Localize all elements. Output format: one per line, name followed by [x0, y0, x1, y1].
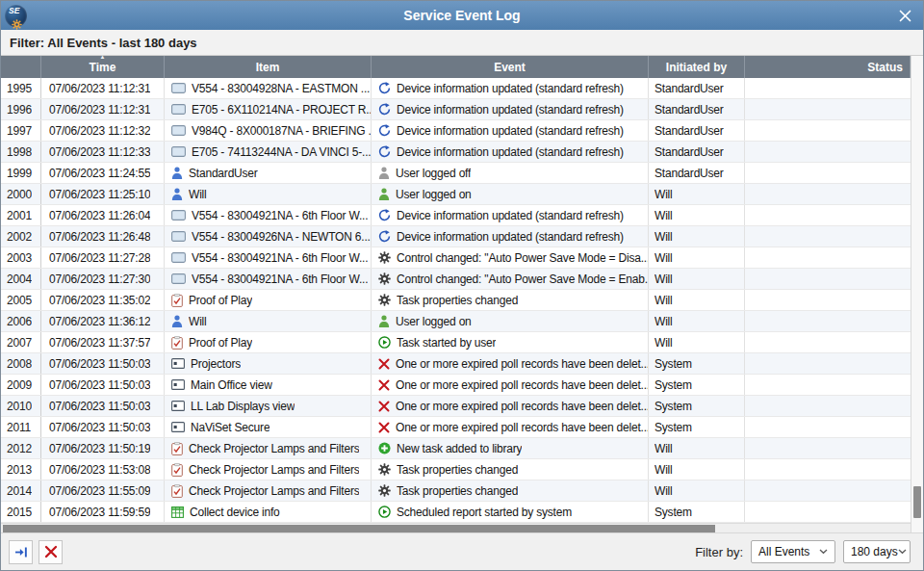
gear-icon: [378, 294, 391, 306]
cell-event: User logged off: [372, 163, 649, 183]
cell-event: User logged on: [372, 184, 649, 204]
table-row[interactable]: 199807/06/2023 11:12:33E705 - 74113244NA…: [1, 142, 911, 163]
refresh-icon: [378, 209, 391, 221]
view-icon: [171, 379, 185, 390]
table-row[interactable]: 200207/06/2023 11:26:48V554 - 83004926NA…: [1, 226, 911, 247]
cell-initiated-by: Will: [649, 247, 745, 268]
col-header-time[interactable]: ▲ Time: [41, 56, 165, 78]
cell-status: [745, 99, 911, 119]
cell-time: 07/06/2023 11:50:03: [41, 375, 165, 395]
cell-event: Task properties changed: [372, 290, 649, 310]
col-header-event[interactable]: Event: [372, 56, 649, 78]
row-number: 2013: [1, 459, 41, 480]
row-number: 1996: [1, 99, 41, 119]
cell-initiated-by: System: [649, 417, 745, 437]
cell-time: 07/06/2023 11:12:33: [41, 142, 165, 162]
table-row[interactable]: 201207/06/2023 11:50:19Check Projector L…: [1, 438, 911, 459]
table-row[interactable]: 200007/06/2023 11:25:10WillUser logged o…: [1, 184, 911, 205]
refresh-icon: [378, 230, 391, 243]
cell-event: One or more expired poll records have be…: [372, 375, 649, 395]
cell-item: Check Projector Lamps and Filters: [165, 459, 372, 480]
event-table: ▲ Time Item Event Initiated by Status 19…: [1, 56, 923, 533]
footer-toolbar: Filter by: All Events 180 days: [1, 532, 923, 570]
row-number: 2000: [1, 184, 41, 204]
table-row[interactable]: 199707/06/2023 11:12:32V984Q - 8X000187N…: [1, 120, 911, 142]
display-icon: [171, 210, 186, 221]
app-icon-gear-icon: [12, 16, 22, 27]
table-row[interactable]: 201107/06/2023 11:50:03NaViSet SecureOne…: [1, 417, 911, 438]
cell-event: New task added to library: [372, 438, 649, 458]
col-header-initiated-by[interactable]: Initiated by: [649, 56, 745, 78]
cell-status: [745, 78, 911, 98]
cell-time: 07/06/2023 11:59:59: [41, 502, 165, 522]
table-row[interactable]: 200807/06/2023 11:50:03ProjectorsOne or …: [1, 353, 911, 375]
time-period-dropdown[interactable]: 180 days: [843, 540, 911, 563]
vertical-scrollbar-thumb[interactable]: [913, 486, 921, 518]
col-header-item[interactable]: Item: [165, 56, 372, 78]
cell-item: V554 - 83004928NA - EASTMON ...: [165, 78, 372, 98]
row-number: 2010: [1, 396, 41, 416]
cell-time: 07/06/2023 11:53:08: [41, 459, 165, 480]
cell-initiated-by: StandardUser: [649, 120, 745, 141]
table-row[interactable]: 201407/06/2023 11:55:09Check Projector L…: [1, 480, 911, 502]
table-row[interactable]: 199907/06/2023 11:24:55StandardUserUser …: [1, 163, 911, 184]
cell-time: 07/06/2023 11:24:55: [41, 163, 165, 183]
vertical-scrollbar[interactable]: [911, 56, 923, 533]
cell-event: Device information updated (standard ref…: [372, 205, 649, 225]
task-icon: [171, 442, 183, 455]
cell-item: LL Lab Displays view: [165, 396, 372, 416]
error-x-icon: [378, 358, 390, 370]
table-row[interactable]: 200407/06/2023 11:27:30V554 - 83004921NA…: [1, 269, 911, 290]
display-icon: [171, 83, 186, 93]
cell-time: 07/06/2023 11:12:31: [41, 99, 165, 119]
task-icon: [171, 463, 183, 477]
delete-button[interactable]: [38, 540, 63, 564]
cell-time: 07/06/2023 11:50:19: [41, 438, 165, 458]
cell-initiated-by: Will: [649, 311, 745, 331]
horizontal-scrollbar-thumb[interactable]: [3, 525, 715, 532]
cell-status: [745, 396, 911, 416]
col-header-status[interactable]: Status: [745, 56, 911, 78]
table-row[interactable]: 200707/06/2023 11:37:57Proof of PlayTask…: [1, 332, 911, 353]
table-row[interactable]: 200607/06/2023 11:36:12WillUser logged o…: [1, 311, 911, 332]
task-icon: [171, 484, 183, 498]
cell-initiated-by: Will: [649, 438, 745, 458]
table-row[interactable]: 200107/06/2023 11:26:04V554 - 83004921NA…: [1, 205, 911, 226]
table-row[interactable]: 199507/06/2023 11:12:31V554 - 83004928NA…: [1, 78, 911, 99]
row-number: 2007: [1, 332, 41, 352]
cell-initiated-by: System: [649, 396, 745, 416]
row-number: 2015: [1, 502, 41, 522]
display-icon: [171, 125, 186, 136]
cell-event: Device information updated (standard ref…: [372, 99, 649, 119]
table-row[interactable]: 201307/06/2023 11:53:08Check Projector L…: [1, 459, 911, 480]
table-row[interactable]: 199607/06/2023 11:12:31E705 - 6X110214NA…: [1, 99, 911, 120]
filter-summary-text: Filter: All Events - last 180 days: [10, 36, 197, 50]
close-button[interactable]: [898, 9, 912, 23]
table-row[interactable]: 201507/06/2023 11:59:59Collect device in…: [1, 502, 911, 523]
cell-event: Task properties changed: [372, 480, 649, 501]
cell-item: E705 - 6X110214NA - PROJECT R...: [165, 99, 372, 119]
cell-item: V554 - 83004921NA - 6th Floor W...: [165, 247, 372, 268]
view-icon: [171, 358, 185, 369]
error-x-icon: [378, 379, 390, 391]
cell-item: V554 - 83004921NA - 6th Floor W...: [165, 205, 372, 225]
table-row[interactable]: 200507/06/2023 11:35:02Proof of PlayTask…: [1, 290, 911, 311]
cell-initiated-by: System: [649, 353, 745, 374]
export-button[interactable]: [9, 540, 33, 564]
cell-event: One or more expired poll records have be…: [372, 353, 649, 374]
table-row[interactable]: 200307/06/2023 11:27:28V554 - 83004921NA…: [1, 247, 911, 269]
cell-event: Device information updated (standard ref…: [372, 142, 649, 162]
row-number: 2005: [1, 290, 41, 310]
filter-controls: Filter by: All Events 180 days: [695, 540, 911, 563]
cell-item: Proof of Play: [165, 290, 372, 310]
table-row[interactable]: 200907/06/2023 11:50:03Main Office viewO…: [1, 375, 911, 396]
cell-event: Device information updated (standard ref…: [372, 226, 649, 247]
title-bar: SE Service Event Log: [1, 1, 923, 30]
event-type-dropdown[interactable]: All Events: [751, 540, 835, 563]
col-header-rownum[interactable]: [1, 56, 41, 78]
cell-initiated-by: StandardUser: [649, 99, 745, 119]
table-row[interactable]: 201007/06/2023 11:50:03LL Lab Displays v…: [1, 396, 911, 417]
user-blue-icon: [171, 167, 183, 179]
cell-status: [745, 269, 911, 289]
user-gray-icon: [378, 167, 390, 179]
